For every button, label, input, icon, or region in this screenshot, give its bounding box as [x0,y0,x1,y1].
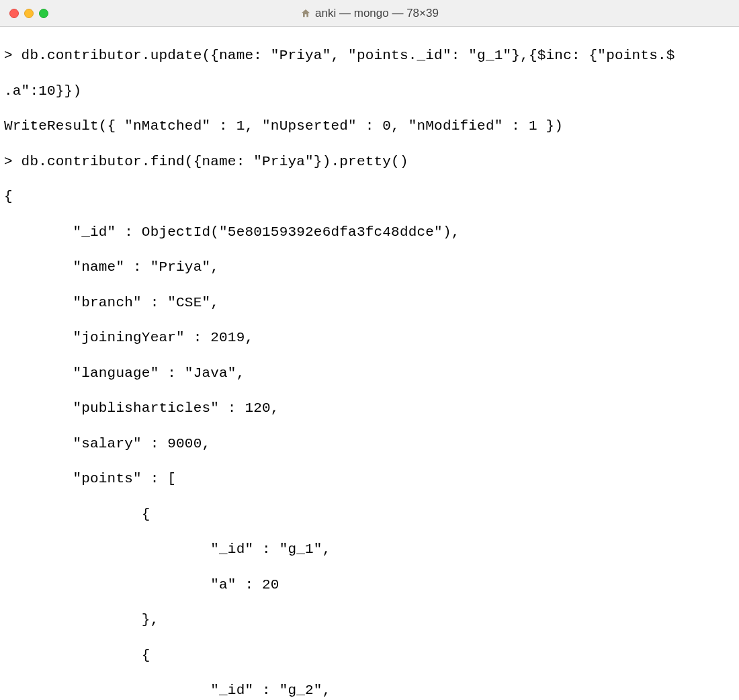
terminal-line: > db.contributor.find({name: "Priya"}).p… [4,154,408,169]
terminal-line: "points" : [ [4,471,176,486]
terminal-line: { [4,648,150,663]
terminal-line: }, [4,612,159,627]
close-window-button[interactable] [9,9,19,18]
terminal-line: "joiningYear" : 2019, [4,330,253,345]
terminal-line: "_id" : "g_2", [4,683,331,698]
terminal-line: WriteResult({ "nMatched" : 1, "nUpserted… [4,118,563,134]
terminal-line: "branch" : "CSE", [4,295,219,310]
terminal-line: "publisharticles" : 120, [4,400,279,416]
terminal-line: { [4,507,150,522]
terminal-line: "a" : 20 [4,577,279,593]
window-titlebar: anki — mongo — 78×39 [0,0,739,27]
window-title: anki — mongo — 78×39 [315,7,439,20]
window-title-wrap: anki — mongo — 78×39 [0,7,739,20]
terminal-line: "name" : "Priya", [4,259,219,275]
minimize-window-button[interactable] [24,9,34,18]
terminal-line: "language" : "Java", [4,365,245,381]
terminal-body[interactable]: > db.contributor.update({name: "Priya", … [0,27,739,700]
terminal-line: > db.contributor.update({name: "Priya", … [4,48,675,63]
home-icon [300,8,311,19]
terminal-line: .a":10}}) [4,83,81,99]
terminal-line: "_id" : "g_1", [4,541,331,557]
window-controls [0,9,48,18]
terminal-line: { [4,189,13,204]
terminal-line: "salary" : 9000, [4,436,210,451]
terminal-line: "_id" : ObjectId("5e80159392e6dfa3fc48dd… [4,224,460,240]
maximize-window-button[interactable] [39,9,48,18]
